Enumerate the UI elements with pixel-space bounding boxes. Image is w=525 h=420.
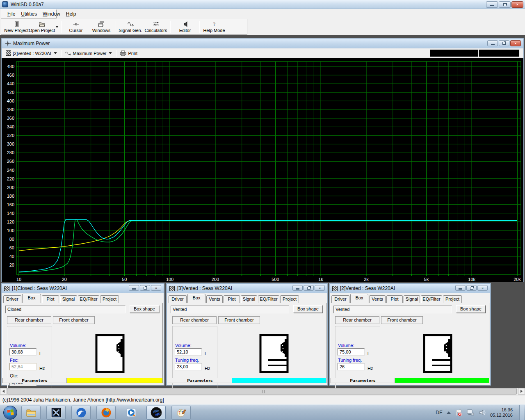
tab-eq-filter[interactable]: EQ/Filter bbox=[78, 295, 99, 303]
restore-button[interactable] bbox=[304, 285, 314, 291]
tab-project[interactable]: Project bbox=[280, 295, 299, 303]
rear-chamber-button[interactable]: Rear chamber bbox=[7, 316, 51, 324]
tab-driver[interactable]: Driver bbox=[331, 295, 349, 303]
svg-text:160: 160 bbox=[7, 202, 14, 207]
project-titlebar[interactable]: [1]Closed : Seas W220AI × bbox=[2, 284, 164, 293]
hidden-icons-arrow[interactable] bbox=[447, 411, 451, 414]
box-type-field: Vented bbox=[171, 306, 289, 313]
project-titlebar[interactable]: [2]Vented : Seas W220AI × bbox=[330, 284, 490, 293]
editor-button[interactable]: Editor bbox=[172, 20, 198, 34]
open-project-button[interactable]: Open Project bbox=[29, 20, 55, 34]
close-button[interactable]: × bbox=[315, 285, 325, 291]
menu-utilities[interactable]: Utilities bbox=[18, 10, 40, 18]
tab-eq-filter[interactable]: EQ/Filter bbox=[421, 295, 442, 303]
volume-input[interactable]: 52,10 bbox=[175, 348, 202, 356]
tab-signal[interactable]: Signal bbox=[404, 295, 420, 303]
rear-chamber-button[interactable]: Rear chamber bbox=[335, 316, 379, 324]
tuning-freq-input[interactable]: 23,00 bbox=[175, 363, 202, 370]
tab-plot[interactable]: Plot bbox=[224, 295, 240, 303]
parameters-bar[interactable]: Parameters bbox=[331, 378, 489, 383]
minimize-button[interactable] bbox=[486, 1, 498, 8]
front-chamber-button[interactable]: Front chamber bbox=[381, 316, 423, 324]
horizontal-scrollbar[interactable] bbox=[0, 388, 525, 395]
calculators-button[interactable]: Calculators bbox=[143, 20, 169, 34]
scroll-right-button[interactable] bbox=[518, 388, 525, 395]
tab-driver[interactable]: Driver bbox=[3, 295, 21, 303]
windows-button[interactable]: Windows bbox=[89, 20, 114, 34]
fsc-input[interactable]: 52,84 bbox=[9, 363, 37, 370]
parameters-color-bar bbox=[395, 378, 489, 383]
network-icon[interactable] bbox=[466, 409, 475, 416]
open-project-dropdown-icon[interactable] bbox=[55, 26, 59, 28]
cursor-button[interactable]: Cursor bbox=[63, 20, 89, 34]
taskbar-winisd-button[interactable]: Win ISD bbox=[146, 406, 166, 420]
window-titlebar[interactable]: WinISD 0.50a7 × bbox=[0, 0, 525, 9]
tab-vents[interactable]: Vents bbox=[369, 295, 386, 303]
volume-input[interactable]: 75,00 bbox=[338, 348, 365, 356]
taskbar-firefox-button[interactable] bbox=[96, 406, 116, 420]
restore-button[interactable] bbox=[499, 1, 511, 8]
tab-project[interactable]: Project bbox=[100, 295, 119, 303]
parameters-bar[interactable]: Parameters bbox=[2, 378, 163, 383]
plot-window-titlebar[interactable]: Maximum Power × bbox=[2, 39, 523, 48]
tuning-freq-input[interactable]: 26 bbox=[338, 363, 365, 370]
tab-vents[interactable]: Vents bbox=[206, 295, 223, 303]
signal-gen-button[interactable]: Signal Gen. bbox=[118, 20, 143, 34]
tab-plot[interactable]: Plot bbox=[386, 295, 403, 303]
close-button[interactable]: × bbox=[477, 285, 488, 291]
taskbar-media-player-button[interactable] bbox=[121, 406, 141, 420]
tab-box[interactable]: Box bbox=[22, 294, 41, 303]
menu-file[interactable]: File bbox=[5, 10, 18, 18]
plot-close-button[interactable]: × bbox=[510, 40, 521, 46]
scrollbar-thumb[interactable] bbox=[7, 388, 517, 395]
close-button[interactable]: × bbox=[151, 285, 161, 291]
help-mode-button[interactable]: ? Help Mode bbox=[201, 20, 227, 34]
box-shape-button[interactable]: Box shape bbox=[456, 305, 486, 313]
svg-text:280: 280 bbox=[7, 150, 14, 155]
language-indicator[interactable]: DE bbox=[436, 410, 443, 415]
maximum-power-chart[interactable]: 4804604404204003803603403203002802602402… bbox=[2, 58, 523, 282]
tab-box[interactable]: Box bbox=[350, 294, 368, 303]
restore-button[interactable] bbox=[140, 285, 150, 291]
volume-icon[interactable] bbox=[479, 409, 486, 416]
tab-signal[interactable]: Signal bbox=[60, 295, 77, 303]
show-desktop-button[interactable] bbox=[519, 405, 524, 420]
box-shape-button[interactable]: Box shape bbox=[293, 305, 323, 313]
plot-type-selector[interactable]: Maximum Power bbox=[63, 49, 115, 57]
close-button[interactable]: × bbox=[511, 1, 523, 8]
taskbar-explorer-button[interactable] bbox=[21, 406, 41, 420]
print-button[interactable]: Print bbox=[118, 49, 139, 57]
taskbar-resize-app-button[interactable] bbox=[46, 406, 66, 420]
front-chamber-button[interactable]: Front chamber bbox=[218, 316, 260, 324]
minimize-button[interactable] bbox=[455, 285, 466, 291]
project-titlebar[interactable]: [3]Vented : Seas W220AI × bbox=[167, 284, 327, 293]
tab-box[interactable]: Box bbox=[187, 294, 205, 303]
project-selector[interactable]: [2]vented : W220AI bbox=[4, 49, 59, 57]
tab-plot[interactable]: Plot bbox=[42, 295, 59, 303]
parameters-bar[interactable]: Parameters bbox=[168, 378, 326, 383]
volume-input[interactable]: 30,68 bbox=[9, 348, 37, 356]
tab-eq-filter[interactable]: EQ/Filter bbox=[258, 295, 279, 303]
menu-help[interactable]: Help bbox=[63, 10, 79, 18]
tab-signal[interactable]: Signal bbox=[241, 295, 257, 303]
clock[interactable]: 16:36 05.12.2016 bbox=[490, 407, 515, 418]
restore-button[interactable] bbox=[466, 285, 477, 291]
svg-text:50: 50 bbox=[122, 277, 127, 282]
plot-minimize-button[interactable] bbox=[487, 40, 498, 46]
front-chamber-button[interactable]: Front chamber bbox=[53, 316, 95, 324]
start-button[interactable] bbox=[3, 406, 17, 420]
new-project-button[interactable]: New Project bbox=[4, 20, 29, 34]
minimize-button[interactable] bbox=[129, 285, 139, 291]
svg-text:140: 140 bbox=[7, 211, 14, 216]
tab-project[interactable]: Project bbox=[443, 295, 462, 303]
minimize-button[interactable] bbox=[292, 285, 303, 291]
taskbar-thunderbird-button[interactable] bbox=[71, 406, 91, 420]
taskbar-paint-button[interactable] bbox=[171, 406, 191, 420]
box-shape-button[interactable]: Box shape bbox=[130, 305, 159, 313]
tab-driver[interactable]: Driver bbox=[169, 295, 187, 303]
plot-restore-button[interactable] bbox=[499, 40, 509, 46]
scroll-left-button[interactable] bbox=[0, 388, 7, 395]
action-center-flag-icon[interactable] bbox=[455, 409, 462, 416]
menu-window[interactable]: Window bbox=[40, 10, 63, 18]
rear-chamber-button[interactable]: Rear chamber bbox=[172, 316, 217, 324]
